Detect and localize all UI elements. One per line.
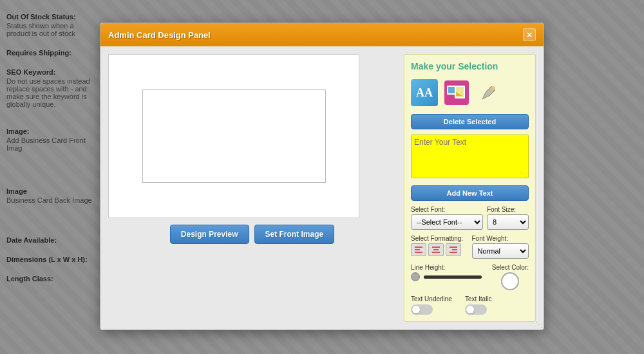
svg-rect-8 <box>415 249 420 250</box>
text-italic-label: Text Italic <box>465 295 492 303</box>
select-color-label: Select Color: <box>492 264 529 271</box>
text-underline-toggle[interactable] <box>411 304 433 315</box>
set-front-image-button[interactable]: Set Front Image <box>254 225 335 244</box>
align-left-button[interactable] <box>411 243 426 256</box>
stamp-tool-icon[interactable] <box>475 79 502 106</box>
add-new-text-button[interactable]: Add New Text <box>411 185 529 201</box>
line-height-color-row: Line Height: Select Color: <box>411 264 529 290</box>
svg-point-6 <box>491 86 495 90</box>
text-tool-icon[interactable]: AA <box>411 79 438 106</box>
font-size-label: Font Size: <box>487 206 529 213</box>
modal-header: Admin Card Design Panel × <box>100 23 544 46</box>
underline-toggle-col: Text Underline <box>411 295 452 315</box>
design-preview-button[interactable]: Design Preview <box>170 225 249 244</box>
font-select[interactable]: --Select Font-- <box>411 214 483 230</box>
font-label: Select Font: <box>411 206 483 213</box>
line-height-label: Line Height: <box>411 264 482 271</box>
italic-toggle-col: Text Italic <box>465 295 492 315</box>
right-panel: Make your Selection AA <box>404 54 536 322</box>
modal-title: Admin Card Design Panel <box>108 30 211 40</box>
image-tool-icon[interactable] <box>443 79 470 106</box>
svg-rect-11 <box>433 249 439 250</box>
align-right-button[interactable] <box>446 243 461 256</box>
formatting-label: Select Formatting: <box>411 235 468 242</box>
modal-close-button[interactable]: × <box>523 28 536 41</box>
resize-handle-icon: ⋱ <box>520 171 527 178</box>
svg-rect-15 <box>450 252 457 253</box>
modal-dialog: Admin Card Design Panel × Design Preview… <box>100 23 544 330</box>
slider-track <box>424 275 482 279</box>
font-size-select[interactable]: 8 10 12 14 16 <box>487 214 529 230</box>
formatting-row: Select Formatting: <box>411 235 529 259</box>
toggles-row: Text Underline Text Italic <box>411 295 529 315</box>
slider-thumb[interactable] <box>411 272 420 281</box>
modal-body: Design Preview Set Front Image Make your… <box>100 46 544 330</box>
align-center-button[interactable] <box>428 243 444 256</box>
formatting-icons <box>411 243 468 256</box>
canvas-container <box>108 54 359 218</box>
toggle-knob-underline <box>412 306 420 313</box>
tool-icons: AA <box>411 79 529 106</box>
canvas-buttons: Design Preview Set Front Image <box>108 225 396 244</box>
svg-rect-13 <box>450 247 457 248</box>
toggle-knob-italic <box>466 306 474 313</box>
font-weight-label: Font Weight: <box>472 235 529 242</box>
svg-rect-14 <box>452 249 457 250</box>
text-italic-toggle[interactable] <box>465 304 487 315</box>
canvas-inner-rect <box>142 89 326 183</box>
svg-rect-12 <box>432 252 440 253</box>
modal-resize-handle[interactable]: ⋱ <box>536 322 542 328</box>
text-underline-label: Text Underline <box>411 295 452 303</box>
font-weight-select[interactable]: Normal Bold Lighter Bolder <box>472 243 529 259</box>
color-picker[interactable] <box>501 272 519 290</box>
text-input[interactable] <box>411 135 529 178</box>
svg-rect-7 <box>415 247 422 248</box>
canvas-area: Design Preview Set Front Image <box>108 54 396 322</box>
font-row: Select Font: --Select Font-- Font Size: … <box>411 206 529 230</box>
selection-title: Make your Selection <box>411 61 529 71</box>
svg-rect-9 <box>415 252 422 253</box>
svg-rect-10 <box>432 247 440 248</box>
line-height-slider[interactable] <box>411 272 482 281</box>
delete-selected-button[interactable]: Delete Selected <box>411 114 529 129</box>
